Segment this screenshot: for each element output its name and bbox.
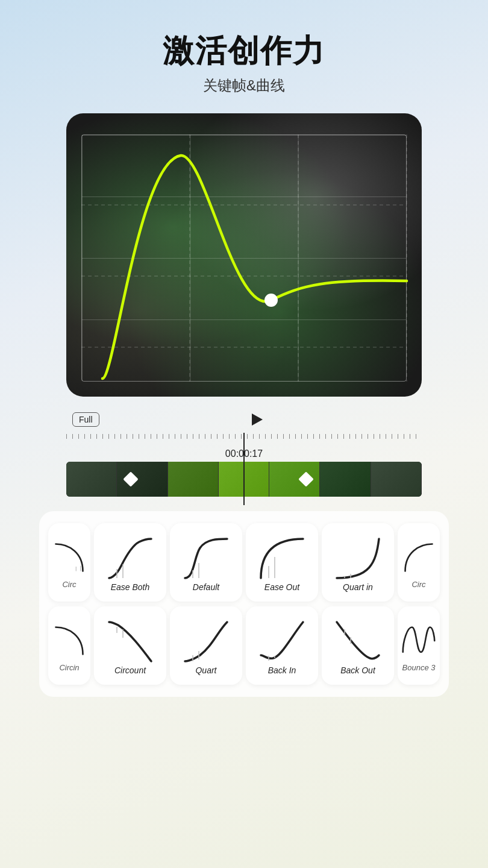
keyframe-diamond-1	[123, 471, 138, 486]
ease-out-label: Ease Out	[264, 582, 299, 592]
filmstrip	[66, 462, 422, 497]
filmstrip-frame-5	[269, 462, 320, 497]
filmstrip-frame-7	[371, 462, 422, 497]
video-preview	[66, 113, 422, 397]
quart-in-label: Quart in	[343, 582, 373, 592]
easing-card-circ-right[interactable]: Circ	[398, 523, 440, 602]
back-in-icon	[258, 616, 306, 664]
easing-card-circount[interactable]: Circount	[94, 606, 166, 685]
main-title: 激活创作力	[163, 30, 325, 72]
circount-label: Circount	[114, 665, 146, 675]
easing-card-back-in[interactable]: Back In	[246, 606, 318, 685]
ease-out-icon	[258, 533, 306, 581]
easing-card-quart[interactable]: Quart	[170, 606, 242, 685]
easing-row-2: Circin Circount Quart	[45, 606, 443, 685]
title-section: 激活创作力 关键帧&曲线	[163, 30, 325, 95]
circ-right-icon	[401, 536, 437, 579]
default-icon	[182, 533, 230, 581]
filmstrip-frame-6	[320, 462, 371, 497]
easing-card-ease-both[interactable]: Ease Both	[94, 523, 166, 602]
ease-both-label: Ease Both	[111, 582, 150, 592]
easing-row-1: Circ Ease Both Default	[45, 523, 443, 602]
svg-point-6	[265, 294, 277, 306]
ease-both-icon	[106, 533, 154, 581]
circ-left-icon	[51, 536, 87, 579]
back-out-label: Back Out	[340, 665, 375, 675]
timeline-controls: Full	[66, 409, 422, 430]
filmstrip-frame-3	[168, 462, 219, 497]
circount-icon	[106, 616, 154, 664]
play-button[interactable]	[246, 409, 268, 430]
timeline-ruler	[66, 434, 422, 446]
easing-section: Circ Ease Both Default	[39, 511, 449, 697]
easing-card-default[interactable]: Default	[170, 523, 242, 602]
quart-in-icon	[334, 533, 382, 581]
easing-card-bounce3-right[interactable]: Bounce 3	[398, 606, 440, 685]
easing-card-circin-left[interactable]: Circin	[48, 606, 90, 685]
circin-left-icon	[51, 620, 87, 662]
circin-left-label: Circin	[59, 663, 79, 672]
play-icon	[252, 414, 263, 426]
sub-title: 关键帧&曲线	[163, 76, 325, 95]
quart-icon	[182, 616, 230, 664]
filmstrip-frame-1	[66, 462, 117, 497]
bounce3-right-label: Bounce 3	[402, 663, 436, 672]
curve-svg	[66, 113, 422, 397]
filmstrip-frame-2	[117, 462, 167, 497]
quart-label: Quart	[195, 665, 216, 675]
filmstrip-cursor	[243, 462, 245, 497]
timeline-section: Full 00:00:17	[66, 409, 422, 497]
easing-card-circ-left[interactable]: Circ	[48, 523, 90, 602]
easing-card-back-out[interactable]: Back Out	[322, 606, 394, 685]
full-button[interactable]: Full	[72, 412, 99, 427]
easing-card-ease-out[interactable]: Ease Out	[246, 523, 318, 602]
easing-card-quart-in[interactable]: Quart in	[322, 523, 394, 602]
keyframe-diamond-2	[298, 471, 313, 486]
back-out-icon	[334, 616, 382, 664]
bounce3-right-icon	[401, 620, 437, 662]
circ-left-label: Circ	[62, 580, 76, 589]
circ-right-label: Circ	[411, 580, 425, 589]
default-label: Default	[193, 582, 219, 592]
back-in-label: Back In	[268, 665, 296, 675]
